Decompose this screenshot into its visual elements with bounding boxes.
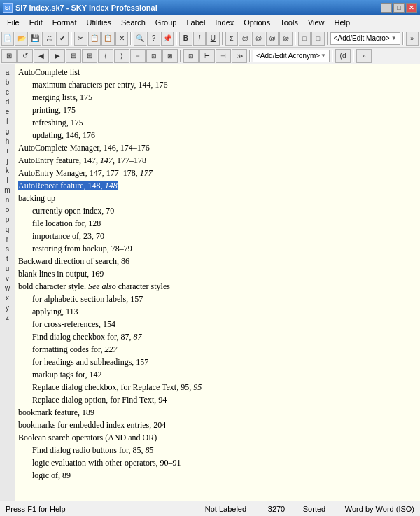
menu-group[interactable]: Group xyxy=(151,17,181,28)
alpha-d[interactable]: d xyxy=(1,97,14,106)
separator-5 xyxy=(295,32,296,45)
alpha-k[interactable]: k xyxy=(1,165,14,175)
alpha-x[interactable]: x xyxy=(1,293,14,302)
menu-edit[interactable]: Edit xyxy=(25,17,47,28)
alpha-t[interactable]: t xyxy=(1,253,14,263)
paste-button[interactable]: 📋 xyxy=(102,32,114,46)
list-button[interactable]: ≡ xyxy=(130,49,146,63)
menu-utilities[interactable]: Utilities xyxy=(83,17,115,28)
close-button[interactable]: ✕ xyxy=(406,3,417,13)
collapse-button[interactable]: ⊟ xyxy=(66,49,81,63)
alpha-g[interactable]: g xyxy=(1,126,14,136)
indent2-button[interactable]: ⊢ xyxy=(200,49,215,63)
print-button[interactable]: 🖨 xyxy=(42,32,55,46)
help-button[interactable]: ? xyxy=(147,32,160,46)
underline-button[interactable]: U xyxy=(206,32,219,46)
index-content[interactable]: AutoComplete list maximum characters per… xyxy=(15,64,420,501)
indent1-button[interactable]: ⊡ xyxy=(183,49,199,63)
autorepeat-entry[interactable]: AutoRepeat feature, 148, 148 xyxy=(18,179,417,192)
italic-button[interactable]: I xyxy=(193,32,206,46)
bold-button[interactable]: B xyxy=(179,32,192,46)
toolbar-1: 📄 📂 💾 🖨 ✔ ✂ 📋 📋 ✕ 🔍 ? 📌 B I U Σ @ @ @ @ … xyxy=(0,29,420,48)
menu-tools[interactable]: Tools xyxy=(276,17,302,28)
maximize-button[interactable]: □ xyxy=(393,3,405,13)
alpha-i[interactable]: i xyxy=(1,146,14,155)
cut-button[interactable]: ✂ xyxy=(74,32,87,46)
link2-button[interactable]: @ xyxy=(252,32,265,46)
delete-button[interactable]: ✕ xyxy=(115,32,128,46)
new-button[interactable]: 📄 xyxy=(1,32,14,46)
refresh-button[interactable]: ↺ xyxy=(18,49,33,63)
list-item: AutoEntry Manager, 147, 177–178, 177 xyxy=(18,167,417,179)
menu-options[interactable]: Options xyxy=(239,17,274,28)
alpha-j[interactable]: j xyxy=(1,155,14,165)
list-item: file location for, 128 xyxy=(18,217,417,230)
menu-format[interactable]: Format xyxy=(48,17,81,28)
indent4-button[interactable]: ≫ xyxy=(232,49,247,63)
alpha-z[interactable]: z xyxy=(1,312,14,322)
next-button[interactable]: ▶ xyxy=(50,49,65,63)
alpha-q[interactable]: q xyxy=(1,224,14,234)
menu-label[interactable]: Label xyxy=(182,17,209,28)
list-item: logic evaluation with other operators, 9… xyxy=(18,456,417,469)
acronym-dropdown[interactable]: <Add/Edit Acronym> ▼ xyxy=(253,50,330,62)
alpha-s[interactable]: s xyxy=(1,244,14,253)
separator-7 xyxy=(402,32,404,45)
alpha-c[interactable]: c xyxy=(1,87,14,97)
pin-button[interactable]: 📌 xyxy=(161,32,174,46)
more-button[interactable]: » xyxy=(406,32,419,46)
box1-button[interactable]: □ xyxy=(298,32,311,46)
grid-button[interactable]: ⊞ xyxy=(1,49,17,63)
save-button[interactable]: 💾 xyxy=(29,32,41,46)
tbl-button[interactable]: ⊡ xyxy=(146,49,162,63)
list-item: logic of, 89 xyxy=(18,469,417,482)
list-item: applying, 113 xyxy=(18,305,417,318)
link4-button[interactable]: @ xyxy=(279,32,292,46)
special1-button[interactable]: Σ xyxy=(225,32,238,46)
menu-search[interactable]: Search xyxy=(117,17,150,28)
alpha-p[interactable]: p xyxy=(1,214,14,224)
link3-button[interactable]: @ xyxy=(266,32,279,46)
menu-help[interactable]: Help xyxy=(330,17,355,28)
minimize-button[interactable]: – xyxy=(381,3,392,13)
toolbar-2: ⊞ ↺ ◀ ▶ ⊟ ⊞ ⟨ ⟩ ≡ ⊡ ⊠ ⊡ ⊢ ⊣ ≫ <Add/Edit … xyxy=(0,48,420,64)
open-button[interactable]: 📂 xyxy=(15,32,27,46)
alpha-r[interactable]: r xyxy=(1,234,14,244)
alpha-o[interactable]: o xyxy=(1,204,14,214)
copy-button[interactable]: 📋 xyxy=(88,32,101,46)
alpha-m[interactable]: m xyxy=(1,185,14,195)
alpha-e[interactable]: e xyxy=(1,106,14,116)
menu-file[interactable]: File xyxy=(3,17,24,28)
right-button[interactable]: ⟩ xyxy=(114,49,130,63)
find-button[interactable]: 🔍 xyxy=(134,32,146,46)
left-button[interactable]: ⟨ xyxy=(98,49,113,63)
alpha-h[interactable]: h xyxy=(1,136,14,146)
alpha-y[interactable]: y xyxy=(1,302,14,312)
alpha-f[interactable]: f xyxy=(1,116,14,126)
alpha-b[interactable]: b xyxy=(1,77,14,87)
list-item: AutoEntry feature, 147, 147, 177–178 xyxy=(18,154,417,167)
alpha-u[interactable]: u xyxy=(1,263,14,273)
expand-button[interactable]: ⊞ xyxy=(82,49,97,63)
menu-index[interactable]: Index xyxy=(211,17,238,28)
link1-button[interactable]: @ xyxy=(239,32,251,46)
alpha-l[interactable]: l xyxy=(1,175,14,185)
prev-button[interactable]: ◀ xyxy=(34,49,49,63)
status-help: Press F1 for Help xyxy=(0,501,200,516)
menu-view[interactable]: View xyxy=(304,17,329,28)
macro-dropdown[interactable]: <Add/Edit Macro> ▼ xyxy=(330,32,400,45)
alpha-v[interactable]: v xyxy=(1,273,14,283)
alpha-n[interactable]: n xyxy=(1,195,14,204)
alpha-w[interactable]: w xyxy=(1,283,14,293)
indent3-button[interactable]: ⊣ xyxy=(216,49,231,63)
box2-button[interactable]: □ xyxy=(312,32,324,46)
more2-button[interactable]: » xyxy=(356,49,372,63)
status-mode: Word by Word (ISO) xyxy=(340,501,420,516)
tbl2-button[interactable]: ⊠ xyxy=(162,49,178,63)
alpha-a[interactable]: a xyxy=(1,67,14,77)
list-item: markup tags for, 142 xyxy=(18,368,417,381)
alpha-panel: a b c d e f g h i j k l m n o p q r s t … xyxy=(0,64,15,501)
separator-11 xyxy=(353,50,354,62)
spell-button[interactable]: ✔ xyxy=(56,32,69,46)
list-item: restoring from backup, 78–79 xyxy=(18,242,417,255)
